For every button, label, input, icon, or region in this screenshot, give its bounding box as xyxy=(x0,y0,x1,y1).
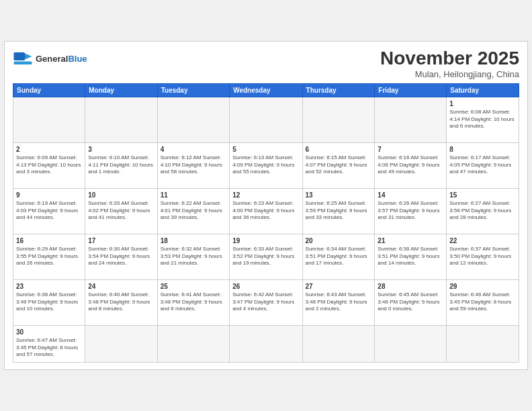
table-row: 30Sunrise: 6:47 AM Sunset: 3:45 PM Dayli… xyxy=(13,325,85,362)
table-row: 23Sunrise: 6:38 AM Sunset: 3:49 PM Dayli… xyxy=(13,279,85,325)
day-number: 21 xyxy=(378,236,443,246)
table-row: 14Sunrise: 6:26 AM Sunset: 3:57 PM Dayli… xyxy=(375,188,447,234)
table-row xyxy=(302,97,375,142)
svg-marker-1 xyxy=(25,54,32,60)
day-info: Sunrise: 6:29 AM Sunset: 3:55 PM Dayligh… xyxy=(16,246,82,267)
day-info: Sunrise: 6:22 AM Sunset: 4:01 PM Dayligh… xyxy=(161,200,227,221)
day-number: 9 xyxy=(16,191,82,200)
day-info: Sunrise: 6:36 AM Sunset: 3:51 PM Dayligh… xyxy=(378,246,443,267)
day-number: 5 xyxy=(232,145,299,154)
logo: GeneralBlue xyxy=(13,48,87,68)
header-sunday: Sunday xyxy=(13,83,85,97)
day-info: Sunrise: 6:09 AM Sunset: 4:13 PM Dayligh… xyxy=(16,154,82,175)
table-row: 18Sunrise: 6:32 AM Sunset: 3:53 PM Dayli… xyxy=(157,234,230,279)
header-monday: Monday xyxy=(85,83,157,97)
table-row: 15Sunrise: 6:27 AM Sunset: 3:56 PM Dayli… xyxy=(447,188,519,234)
day-number: 11 xyxy=(161,191,227,200)
header-wednesday: Wednesday xyxy=(230,83,302,97)
table-row: 10Sunrise: 6:20 AM Sunset: 4:02 PM Dayli… xyxy=(85,188,157,234)
month-title: November 2025 xyxy=(380,48,519,69)
day-info: Sunrise: 6:25 AM Sunset: 3:59 PM Dayligh… xyxy=(306,200,372,221)
day-info: Sunrise: 6:38 AM Sunset: 3:49 PM Dayligh… xyxy=(16,291,82,312)
day-info: Sunrise: 6:27 AM Sunset: 3:56 PM Dayligh… xyxy=(449,200,516,221)
day-info: Sunrise: 6:13 AM Sunset: 4:09 PM Dayligh… xyxy=(232,154,299,175)
day-info: Sunrise: 6:33 AM Sunset: 3:52 PM Dayligh… xyxy=(232,246,299,267)
day-number: 17 xyxy=(88,236,154,246)
table-row: 26Sunrise: 6:42 AM Sunset: 3:47 PM Dayli… xyxy=(230,279,302,325)
table-row: 9Sunrise: 6:19 AM Sunset: 4:03 PM Daylig… xyxy=(13,188,85,234)
table-row xyxy=(85,97,157,142)
table-row: 20Sunrise: 6:34 AM Sunset: 3:51 PM Dayli… xyxy=(302,234,375,279)
day-number: 22 xyxy=(449,236,516,246)
calendar-header: GeneralBlue November 2025 Mulan, Heilong… xyxy=(13,48,519,79)
table-row: 22Sunrise: 6:37 AM Sunset: 3:50 PM Dayli… xyxy=(447,234,519,279)
table-row: 29Sunrise: 6:46 AM Sunset: 3:45 PM Dayli… xyxy=(447,279,519,325)
table-row xyxy=(375,325,447,362)
title-section: November 2025 Mulan, Heilongjiang, China xyxy=(380,48,519,79)
header-friday: Friday xyxy=(375,83,447,97)
table-row: 19Sunrise: 6:33 AM Sunset: 3:52 PM Dayli… xyxy=(230,234,302,279)
day-info: Sunrise: 6:40 AM Sunset: 3:48 PM Dayligh… xyxy=(88,291,154,312)
weekday-header-row: Sunday Monday Tuesday Wednesday Thursday… xyxy=(13,83,519,97)
table-row xyxy=(375,97,447,142)
svg-rect-0 xyxy=(14,52,26,60)
day-number: 10 xyxy=(88,191,154,200)
table-row xyxy=(157,97,230,142)
logo-text: GeneralBlue xyxy=(36,54,87,64)
day-number: 23 xyxy=(16,282,82,291)
table-row: 6Sunrise: 6:15 AM Sunset: 4:07 PM Daylig… xyxy=(302,142,375,188)
table-row: 11Sunrise: 6:22 AM Sunset: 4:01 PM Dayli… xyxy=(157,188,230,234)
table-row: 13Sunrise: 6:25 AM Sunset: 3:59 PM Dayli… xyxy=(302,188,375,234)
day-number: 6 xyxy=(306,145,372,154)
table-row: 5Sunrise: 6:13 AM Sunset: 4:09 PM Daylig… xyxy=(230,142,302,188)
day-info: Sunrise: 6:41 AM Sunset: 3:48 PM Dayligh… xyxy=(161,291,227,312)
calendar-table: Sunday Monday Tuesday Wednesday Thursday… xyxy=(13,83,519,363)
day-number: 24 xyxy=(88,282,154,291)
day-info: Sunrise: 6:34 AM Sunset: 3:51 PM Dayligh… xyxy=(306,246,372,267)
table-row: 1Sunrise: 6:08 AM Sunset: 4:14 PM Daylig… xyxy=(447,97,519,142)
table-row: 12Sunrise: 6:23 AM Sunset: 4:00 PM Dayli… xyxy=(230,188,302,234)
day-number: 30 xyxy=(16,328,82,337)
day-number: 25 xyxy=(161,282,227,291)
day-info: Sunrise: 6:23 AM Sunset: 4:00 PM Dayligh… xyxy=(232,200,299,221)
day-number: 19 xyxy=(232,236,299,246)
table-row xyxy=(157,325,230,362)
day-info: Sunrise: 6:46 AM Sunset: 3:45 PM Dayligh… xyxy=(449,291,516,312)
calendar-container: GeneralBlue November 2025 Mulan, Heilong… xyxy=(4,41,528,370)
day-info: Sunrise: 6:43 AM Sunset: 3:46 PM Dayligh… xyxy=(306,291,372,312)
table-row xyxy=(447,325,519,362)
table-row: 27Sunrise: 6:43 AM Sunset: 3:46 PM Dayli… xyxy=(302,279,375,325)
table-row: 24Sunrise: 6:40 AM Sunset: 3:48 PM Dayli… xyxy=(85,279,157,325)
day-number: 18 xyxy=(161,236,227,246)
day-number: 15 xyxy=(449,191,516,200)
table-row: 28Sunrise: 6:45 AM Sunset: 3:46 PM Dayli… xyxy=(375,279,447,325)
day-number: 20 xyxy=(306,236,372,246)
table-row xyxy=(13,97,85,142)
day-info: Sunrise: 6:45 AM Sunset: 3:46 PM Dayligh… xyxy=(378,291,443,312)
day-info: Sunrise: 6:37 AM Sunset: 3:50 PM Dayligh… xyxy=(449,246,516,267)
day-number: 26 xyxy=(232,282,299,291)
day-number: 29 xyxy=(449,282,516,291)
day-number: 12 xyxy=(232,191,299,200)
table-row xyxy=(85,325,157,362)
table-row: 25Sunrise: 6:41 AM Sunset: 3:48 PM Dayli… xyxy=(157,279,230,325)
logo-icon xyxy=(13,48,33,68)
day-info: Sunrise: 6:16 AM Sunset: 4:06 PM Dayligh… xyxy=(378,154,443,175)
day-info: Sunrise: 6:19 AM Sunset: 4:03 PM Dayligh… xyxy=(16,200,82,221)
day-number: 7 xyxy=(378,145,443,154)
table-row xyxy=(230,97,302,142)
table-row: 16Sunrise: 6:29 AM Sunset: 3:55 PM Dayli… xyxy=(13,234,85,279)
day-number: 16 xyxy=(16,236,82,246)
table-row: 8Sunrise: 6:17 AM Sunset: 4:05 PM Daylig… xyxy=(447,142,519,188)
day-info: Sunrise: 6:10 AM Sunset: 4:11 PM Dayligh… xyxy=(88,154,154,175)
day-number: 2 xyxy=(16,145,82,154)
header-saturday: Saturday xyxy=(447,83,519,97)
day-info: Sunrise: 6:08 AM Sunset: 4:14 PM Dayligh… xyxy=(449,109,516,130)
header-tuesday: Tuesday xyxy=(157,83,230,97)
day-number: 8 xyxy=(449,145,516,154)
svg-rect-2 xyxy=(14,62,32,65)
location-title: Mulan, Heilongjiang, China xyxy=(380,69,519,79)
table-row: 17Sunrise: 6:30 AM Sunset: 3:54 PM Dayli… xyxy=(85,234,157,279)
table-row: 7Sunrise: 6:16 AM Sunset: 4:06 PM Daylig… xyxy=(375,142,447,188)
day-info: Sunrise: 6:20 AM Sunset: 4:02 PM Dayligh… xyxy=(88,200,154,221)
